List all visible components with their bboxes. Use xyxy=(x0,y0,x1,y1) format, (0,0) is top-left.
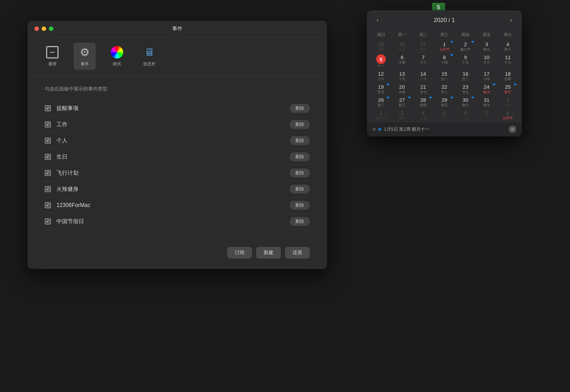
gear-icon: ⚙ xyxy=(78,45,92,59)
delete-button-birthday[interactable]: 删除 xyxy=(290,152,310,161)
calendar-day-4[interactable]: 4初十 xyxy=(497,40,518,53)
calendar-day-31[interactable]: 31初六 xyxy=(413,40,434,53)
phone-icon xyxy=(45,45,59,59)
toolbar-item-statusbar[interactable]: 🖥 状态栏 xyxy=(138,43,160,70)
calendar-day-10[interactable]: 10十六 xyxy=(476,53,497,69)
checkbox-work[interactable] xyxy=(45,121,51,128)
calendar-day-25[interactable]: 25春节 xyxy=(497,83,518,96)
calendar-title: 2020 / 1 xyxy=(434,17,455,24)
calendar-day-5[interactable]: 5十二 xyxy=(434,109,455,122)
day-sub: 十一 xyxy=(378,64,384,68)
calendar-day-2[interactable]: 2腊八节 xyxy=(455,40,476,53)
item-label-holiday: 中国节假日 xyxy=(56,218,290,225)
calendar-day-4[interactable]: 4立春 xyxy=(413,109,434,122)
calendar-day-13[interactable]: 13十九 xyxy=(391,69,412,83)
calendar-day-8[interactable]: 8十四 xyxy=(434,53,455,69)
delete-button-holiday[interactable]: 删除 xyxy=(290,217,310,226)
weekday-wed: 周三 xyxy=(434,30,455,40)
calendar-day-31[interactable]: 31初七 xyxy=(476,96,497,109)
calendar-day-11[interactable]: 11十七 xyxy=(497,53,518,69)
calendar-day-30[interactable]: 30初五 xyxy=(391,40,412,53)
day-number: 10 xyxy=(484,54,490,61)
calendar-close-button[interactable]: ✕ xyxy=(509,126,516,133)
minimize-button[interactable] xyxy=(42,26,46,31)
weekday-sun: 周日 xyxy=(370,30,391,40)
checkbox-birthday[interactable] xyxy=(45,154,51,160)
calendar-day-29[interactable]: 29初四 xyxy=(370,40,391,53)
calendar-day-8[interactable]: 8元宵节 xyxy=(497,109,518,122)
toolbar-item-events[interactable]: ⚙ 事件 xyxy=(74,43,96,70)
calendar-day-20[interactable]: 20大寒 xyxy=(391,83,412,96)
calendar-day-27[interactable]: 27初三 xyxy=(391,96,412,109)
calendar-day-29[interactable]: 29初五 xyxy=(434,96,455,109)
day-number: 2 xyxy=(380,110,382,116)
calendar-day-18[interactable]: 18廿四 xyxy=(497,69,518,83)
calendar-day-1[interactable]: 1初八 xyxy=(497,96,518,109)
weekday-tue: 周二 xyxy=(413,30,434,40)
day-number: 4 xyxy=(422,110,424,116)
weekday-mon: 周一 xyxy=(391,30,412,40)
calendar-day-16[interactable]: 16廿二 xyxy=(455,69,476,83)
calendar-day-1[interactable]: 1元旦节 xyxy=(434,40,455,53)
delete-button-personal[interactable]: 删除 xyxy=(290,136,310,145)
calendar-day-15[interactable]: 15廿一 xyxy=(434,69,455,83)
calendar-day-19[interactable]: 19廿五 xyxy=(370,83,391,96)
settings-icon[interactable]: ≡ xyxy=(372,126,376,132)
calendar-day-26[interactable]: 26初二 xyxy=(370,96,391,109)
day-sub: 初八 xyxy=(504,103,511,107)
event-marker xyxy=(451,41,453,43)
checkbox-fitness[interactable] xyxy=(45,186,51,192)
subscribe-button[interactable]: 订阅 xyxy=(227,247,252,259)
day-sub: 初六 xyxy=(420,47,427,52)
toolbar-item-general[interactable]: 通用 xyxy=(41,43,63,70)
checkbox-personal[interactable] xyxy=(45,138,51,144)
calendar-day-28[interactable]: 28初四 xyxy=(413,96,434,109)
day-number: 13 xyxy=(399,71,405,77)
delete-button-fitness[interactable]: 删除 xyxy=(290,185,310,194)
calendar-day-2[interactable]: 2摆地日 xyxy=(370,109,391,122)
calendar-day-3[interactable]: 3初九 xyxy=(476,40,497,53)
delete-button-work[interactable]: 删除 xyxy=(290,120,310,129)
close-button[interactable] xyxy=(34,26,39,31)
calendar-day-21[interactable]: 21廿七 xyxy=(413,83,434,96)
toolbar-item-style[interactable]: 样式 xyxy=(106,43,128,70)
calendar-day-17[interactable]: 17小年 xyxy=(476,69,497,83)
delete-button-reminder[interactable]: 删除 xyxy=(290,104,310,113)
calendar-day-7[interactable]: 7 xyxy=(476,109,497,122)
calendar-day-23[interactable]: 23廿九 xyxy=(455,83,476,96)
new-button[interactable]: 新建 xyxy=(256,247,281,259)
calendar-day-12[interactable]: 12十八 xyxy=(370,69,391,83)
calendar-day-9[interactable]: 9十五 xyxy=(455,53,476,69)
calendar-day-14[interactable]: 14二十 xyxy=(413,69,434,83)
calendar-next-button[interactable]: › xyxy=(507,15,515,25)
day-number: 11 xyxy=(505,54,511,61)
checkbox-flight[interactable] xyxy=(45,170,51,176)
calendar-day-6[interactable]: 6十三 xyxy=(455,109,476,122)
restore-button[interactable]: 还原 xyxy=(285,247,310,259)
checkbox-holiday[interactable] xyxy=(45,218,51,225)
preferences-window: 事件 通用 ⚙ 事件 样式 🖥 状态栏 勾选在面板中展 xyxy=(28,21,327,269)
day-number: 3 xyxy=(485,41,488,47)
calendar-day-6[interactable]: 6小寒 xyxy=(391,53,412,69)
checkbox-reminder[interactable] xyxy=(45,105,51,111)
calendar-day-7[interactable]: 7十三 xyxy=(413,53,434,69)
day-number: 24 xyxy=(484,84,490,90)
day-sub: 二十 xyxy=(420,77,427,81)
calendar-day-30[interactable]: 30初六 xyxy=(455,96,476,109)
checkbox-rail[interactable] xyxy=(45,202,51,208)
delete-button-flight[interactable]: 删除 xyxy=(290,168,310,177)
day-sub: 廿一 xyxy=(441,77,448,81)
event-marker xyxy=(409,97,411,98)
day-sub: 小年 xyxy=(483,77,490,81)
calendar-prev-button[interactable]: ‹ xyxy=(374,15,381,25)
delete-button-rail[interactable]: 删除 xyxy=(290,201,310,210)
day-number: 17 xyxy=(484,71,490,77)
calendar-day-3[interactable]: 3初十 xyxy=(391,109,412,122)
calendar-day-22[interactable]: 22廿八 xyxy=(434,83,455,96)
maximize-button[interactable] xyxy=(49,26,53,31)
calendar-day-24[interactable]: 24除夕 xyxy=(476,83,497,96)
day-sub: 初六 xyxy=(462,103,469,107)
day-number: 27 xyxy=(399,97,405,103)
day-sub: 十三 xyxy=(462,116,469,120)
calendar-day-5[interactable]: 5十一 xyxy=(370,53,391,69)
